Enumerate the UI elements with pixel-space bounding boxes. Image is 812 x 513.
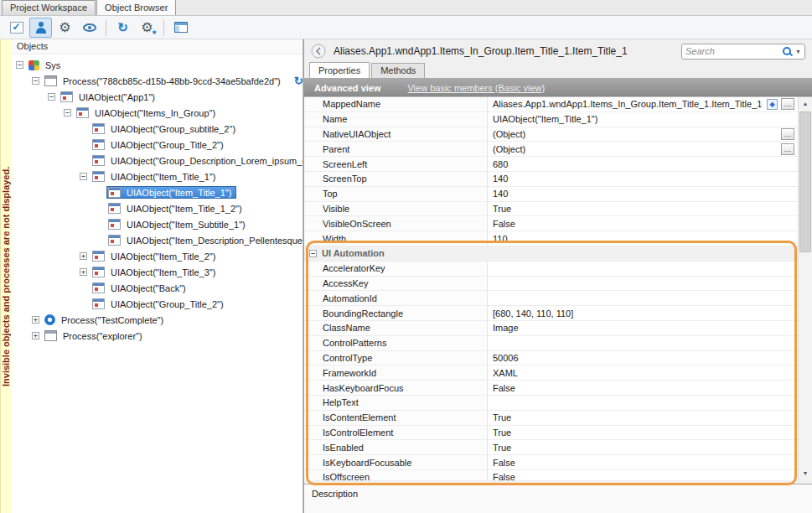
tree-item-content: UIAObject("Group_Title_2"): [91, 298, 229, 310]
property-row[interactable]: IsKeyboardFocusableFalse: [304, 455, 798, 470]
property-value-text: 680: [493, 159, 508, 169]
tree-item[interactable]: UIAObject("Item_Description_Pellentesque: [11, 232, 303, 248]
tab-project-workspace[interactable]: Project Workspace: [2, 0, 96, 15]
tree-item[interactable]: UIAObject("Group_Title_2"): [11, 296, 303, 312]
basic-view-link[interactable]: View basic members (Basic view): [407, 83, 545, 93]
property-row[interactable]: BoundingRectangle[680, 140, 110, 110]: [304, 306, 798, 321]
property-row[interactable]: VisibleTrue: [304, 202, 798, 217]
tree-item[interactable]: UIAObject("Back"): [11, 280, 303, 296]
tree-item-content: UIAObject("Item_Subtitle_1"): [106, 218, 251, 231]
property-row[interactable]: ClassNameImage: [304, 321, 798, 336]
property-value-text: True: [493, 204, 511, 214]
options-button[interactable]: ⚙: [136, 18, 158, 38]
tree-item[interactable]: +UIAObject("Item_Title_3"): [11, 264, 303, 280]
property-row[interactable]: IsContentElementTrue: [304, 411, 798, 426]
property-row[interactable]: VisibleOnScreenFalse: [304, 216, 798, 231]
tree-item[interactable]: +UIAObject("Item_Title_2"): [11, 248, 303, 264]
tree-item-label: UIAObject("Group_Title_2"): [108, 299, 226, 309]
tree-item[interactable]: −Process("788cb85c-d15b-48bb-9ccd-34ae5b…: [11, 73, 303, 89]
object-spy-button[interactable]: [29, 18, 52, 38]
property-row[interactable]: FrameworkIdXAML: [304, 365, 798, 381]
settings-button[interactable]: ⚙: [54, 18, 76, 38]
tree-spacer: [96, 220, 103, 228]
tree-item[interactable]: UIAObject("Group_Title_2"): [11, 137, 303, 153]
tree-expander-icon[interactable]: +: [32, 332, 39, 339]
property-row[interactable]: IsOffscreenFalse: [304, 470, 798, 480]
ellipsis-button[interactable]: …: [781, 128, 794, 140]
property-row[interactable]: AcceleratorKey: [304, 262, 798, 277]
tree-item[interactable]: UIAObject("Item_Subtitle_1"): [11, 216, 303, 232]
property-grid: MappedNameAliases.App1.wndApp1.Items_In_…: [304, 96, 812, 480]
invisible-objects-note-text: Invisible objects and processes are not …: [1, 166, 11, 386]
property-row[interactable]: NativeUIAObject(Object)…: [304, 127, 798, 142]
tree-item[interactable]: UIAObject("Item_Title_1_2"): [11, 200, 303, 216]
property-value: False: [488, 470, 798, 480]
search-input[interactable]: [685, 46, 780, 56]
tree-item[interactable]: +Process("TestComplete"): [11, 312, 303, 328]
tree-item[interactable]: UIAObject("Item_Title_1"): [11, 184, 303, 200]
search-box: ▼: [681, 44, 805, 60]
property-section-header[interactable]: −UI Automation: [304, 246, 798, 262]
tree-item[interactable]: −UIAObject("Items_In_Group"): [11, 105, 303, 121]
property-row[interactable]: AccessKey: [304, 277, 798, 292]
tree-item[interactable]: +Process("explorer"): [11, 328, 303, 344]
property-value: [488, 291, 798, 305]
property-row[interactable]: ScreenLeft680: [304, 157, 798, 172]
property-name: MappedName: [304, 97, 488, 111]
windows-icon: [28, 60, 39, 70]
property-row[interactable]: ScreenTop140: [304, 172, 798, 187]
property-name: IsControlElement: [304, 426, 488, 440]
view-button[interactable]: [78, 18, 101, 38]
tree-expander-icon[interactable]: +: [80, 252, 87, 260]
panels-button[interactable]: [169, 18, 192, 38]
property-row[interactable]: HelpText: [304, 396, 798, 411]
property-row[interactable]: Width110: [304, 231, 798, 246]
property-row[interactable]: Parent(Object)…: [304, 142, 798, 157]
tree-item-label: UIAObject("Item_Title_3"): [108, 267, 218, 277]
property-row[interactable]: ControlType50006: [304, 351, 798, 366]
uia-icon: [92, 282, 105, 293]
property-row[interactable]: IsControlElementTrue: [304, 426, 798, 441]
property-row[interactable]: NameUIAObject("Item_Title_1"): [304, 112, 798, 127]
breadcrumb: Aliases.App1.wndApp1.Items_In_Group.Item…: [334, 45, 681, 57]
tree-expander-icon[interactable]: −: [64, 109, 71, 117]
tree-item[interactable]: −Sys: [11, 57, 303, 73]
tab-properties[interactable]: Properties: [309, 62, 370, 78]
scroll-up-icon[interactable]: ▲: [799, 97, 812, 111]
tree-item[interactable]: UIAObject("Group_Description_Lorem_ipsum…: [11, 153, 303, 168]
tree-expander-icon[interactable]: −: [32, 77, 39, 85]
ellipsis-button[interactable]: …: [781, 143, 794, 155]
back-button[interactable]: [311, 44, 326, 59]
tree-expander-icon[interactable]: +: [80, 268, 87, 276]
tree-expander-icon[interactable]: +: [32, 316, 39, 324]
tree-item[interactable]: −UIAObject("Item_Title_1"): [11, 168, 303, 184]
property-row[interactable]: AutomationId: [304, 291, 798, 306]
tree-item[interactable]: −UIAObject("App1"): [11, 89, 303, 105]
property-name: AcceleratorKey: [304, 262, 488, 276]
search-dropdown-icon[interactable]: ▼: [795, 49, 801, 54]
tree-expander-icon[interactable]: −: [80, 173, 87, 180]
ellipsis-button[interactable]: …: [781, 98, 794, 110]
collapse-icon[interactable]: −: [309, 250, 317, 257]
property-row[interactable]: MappedNameAliases.App1.wndApp1.Items_In_…: [304, 97, 798, 112]
property-row[interactable]: HasKeyboardFocusFalse: [304, 381, 798, 396]
search-icon[interactable]: [782, 46, 793, 57]
grid-scrollbar[interactable]: ▲ ▼: [798, 97, 812, 480]
tree-spacer: [80, 125, 87, 132]
tree-expander-icon[interactable]: −: [48, 93, 55, 101]
uia-icon: [108, 203, 121, 214]
uia-icon: [108, 187, 121, 198]
property-row[interactable]: IsEnabledTrue: [304, 440, 798, 455]
tree-expander-icon[interactable]: −: [16, 61, 23, 69]
tree-item-content: UIAObject("Group_Title_2"): [91, 138, 229, 151]
select-objects-button[interactable]: [5, 18, 28, 38]
tab-methods[interactable]: Methods: [371, 63, 425, 78]
scrollbar-thumb[interactable]: [799, 111, 811, 252]
scroll-down-icon[interactable]: ▼: [799, 467, 812, 480]
refresh-button[interactable]: ↻: [111, 18, 134, 38]
property-row[interactable]: ControlPatterns: [304, 336, 798, 351]
property-row[interactable]: Top140: [304, 187, 798, 202]
property-value: [488, 396, 798, 410]
tab-object-browser[interactable]: Object Browser: [96, 0, 176, 15]
tree-item[interactable]: UIAObject("Group_subtitle_2"): [11, 121, 303, 137]
